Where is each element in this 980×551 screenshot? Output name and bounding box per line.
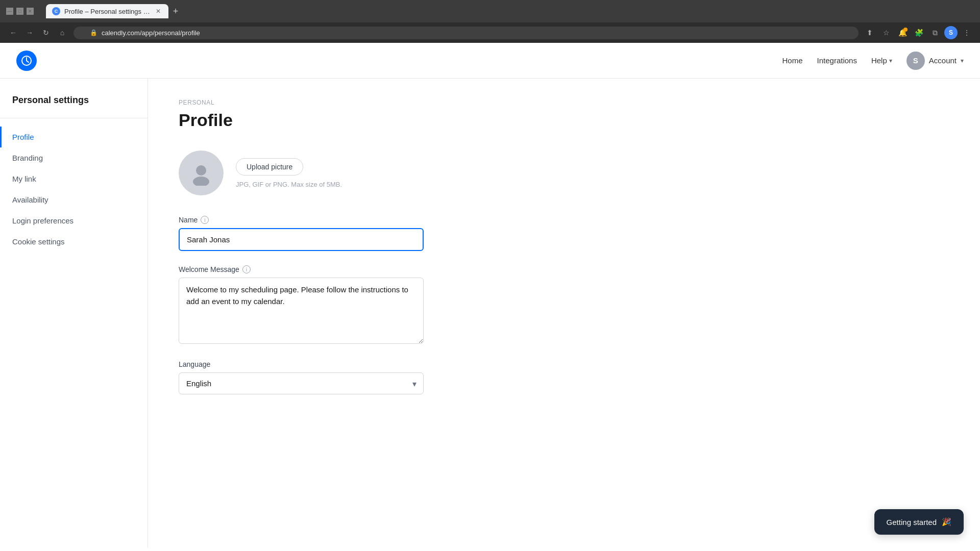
- url-bar[interactable]: 🔒 calendly.com/app/personal/profile: [74, 27, 859, 39]
- sidebar-item-cookie-settings[interactable]: Cookie settings: [0, 231, 148, 252]
- name-form-group: Name i: [179, 216, 949, 251]
- tab-favicon: C: [52, 7, 60, 15]
- getting-started-label: Getting started: [887, 518, 937, 527]
- avatar-placeholder: [179, 151, 224, 195]
- account-label: Account: [929, 56, 957, 65]
- titlebar: — □ ✕ C Profile – Personal settings – Ca…: [0, 0, 980, 22]
- sidebar-title: Personal settings: [0, 95, 148, 106]
- welcome-message-textarea[interactable]: Welcome to my scheduling page. Please fo…: [179, 278, 424, 344]
- breadcrumb: PERSONAL: [179, 99, 949, 106]
- avatar: S: [906, 52, 925, 70]
- address-bar: ← → ↻ ⌂ 🔒 calendly.com/app/personal/prof…: [0, 22, 980, 43]
- language-label: Language: [179, 360, 949, 368]
- maximize-button[interactable]: □: [16, 8, 23, 15]
- welcome-message-label: Welcome Message i: [179, 265, 949, 273]
- refresh-button[interactable]: ↻: [39, 26, 53, 40]
- nav-right: Home Integrations Help ▾ S Account ▾: [782, 52, 964, 70]
- main-content: Personal settings Profile Branding My li…: [0, 79, 980, 548]
- extensions-button[interactable]: 🧩: [912, 26, 926, 40]
- home-nav-link[interactable]: Home: [782, 56, 803, 65]
- sidebar-item-login-preferences[interactable]: Login preferences: [0, 210, 148, 231]
- name-info-icon[interactable]: i: [201, 216, 209, 224]
- browser-actions: ⬆ ☆ 🔔 🧩 ⧉ S ⋮: [863, 26, 974, 40]
- window-controls: — □ ✕: [6, 8, 34, 15]
- active-tab[interactable]: C Profile – Personal settings – Cale… ✕: [46, 4, 168, 18]
- svg-point-1: [196, 165, 206, 176]
- forward-button[interactable]: →: [22, 26, 37, 40]
- welcome-message-form-group: Welcome Message i Welcome to my scheduli…: [179, 265, 949, 346]
- notification-dot: [903, 28, 908, 32]
- minimize-button[interactable]: —: [6, 8, 13, 15]
- notifications-button[interactable]: 🔔: [895, 26, 910, 40]
- content-area: PERSONAL Profile Upload picture JPG, GIF…: [148, 79, 980, 548]
- share-button[interactable]: ⬆: [863, 26, 877, 40]
- app-container: Home Integrations Help ▾ S Account ▾ Per…: [0, 43, 980, 548]
- language-form-group: Language English French German Spanish P…: [179, 360, 949, 394]
- name-label: Name i: [179, 216, 949, 224]
- help-nav-link[interactable]: Help ▾: [871, 56, 892, 65]
- home-button[interactable]: ⌂: [55, 26, 69, 40]
- calendly-logo[interactable]: [16, 51, 37, 71]
- account-nav[interactable]: S Account ▾: [906, 52, 964, 70]
- upload-section: Upload picture JPG, GIF or PNG. Max size…: [236, 158, 342, 188]
- help-chevron-icon: ▾: [889, 57, 892, 64]
- back-button[interactable]: ←: [6, 26, 20, 40]
- sidebar-item-availability[interactable]: Availability: [0, 189, 148, 210]
- upload-picture-button[interactable]: Upload picture: [236, 158, 303, 176]
- sidebar-divider: [0, 118, 148, 118]
- sidebar-item-branding[interactable]: Branding: [0, 147, 148, 168]
- more-options-button[interactable]: ⋮: [960, 26, 974, 40]
- account-chevron-icon: ▾: [961, 57, 964, 64]
- tab-close-button[interactable]: ✕: [154, 7, 162, 15]
- welcome-message-info-icon[interactable]: i: [242, 265, 251, 273]
- new-tab-button[interactable]: +: [168, 4, 183, 18]
- browser-profile[interactable]: S: [944, 26, 958, 39]
- sidebar-item-my-link[interactable]: My link: [0, 168, 148, 189]
- url-text: calendly.com/app/personal/profile: [102, 29, 200, 37]
- language-select[interactable]: English French German Spanish Portuguese: [179, 372, 424, 394]
- getting-started-widget[interactable]: Getting started 🎉: [874, 509, 964, 535]
- sidebar-item-profile[interactable]: Profile: [0, 127, 148, 147]
- getting-started-emoji: 🎉: [942, 517, 951, 527]
- bookmark-button[interactable]: ☆: [879, 26, 893, 40]
- top-nav: Home Integrations Help ▾ S Account ▾: [0, 43, 980, 79]
- browser-chrome: — □ ✕ C Profile – Personal settings – Ca…: [0, 0, 980, 43]
- integrations-nav-link[interactable]: Integrations: [817, 56, 857, 65]
- name-input[interactable]: [179, 228, 424, 251]
- nav-buttons: ← → ↻ ⌂: [6, 26, 69, 40]
- close-button[interactable]: ✕: [27, 8, 34, 15]
- page-title: Profile: [179, 110, 949, 130]
- language-select-wrap: English French German Spanish Portuguese…: [179, 372, 424, 394]
- profile-pic-section: Upload picture JPG, GIF or PNG. Max size…: [179, 151, 949, 195]
- default-avatar-icon: [188, 160, 214, 186]
- split-view-button[interactable]: ⧉: [928, 26, 942, 40]
- tab-title: Profile – Personal settings – Cale…: [64, 8, 150, 15]
- upload-hint: JPG, GIF or PNG. Max size of 5MB.: [236, 181, 342, 188]
- svg-point-2: [193, 177, 209, 186]
- sidebar: Personal settings Profile Branding My li…: [0, 79, 148, 548]
- lock-icon: 🔒: [90, 29, 97, 36]
- tab-bar: C Profile – Personal settings – Cale… ✕ …: [42, 4, 187, 18]
